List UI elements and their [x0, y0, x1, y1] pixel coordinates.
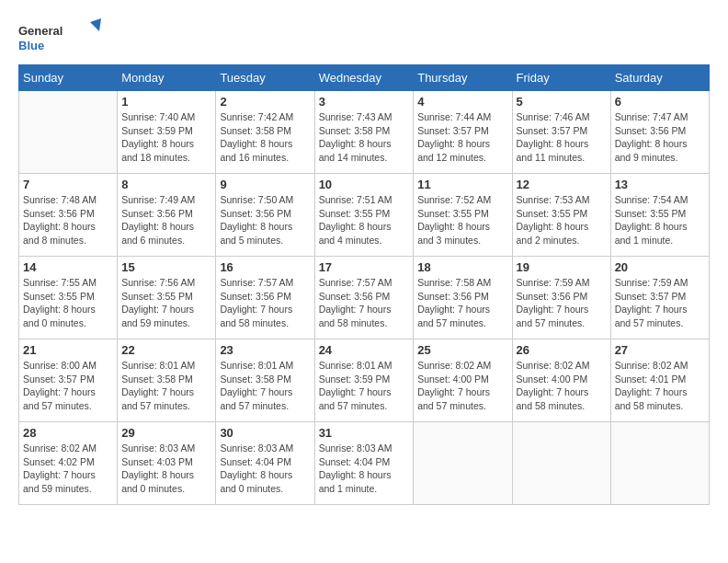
header-cell-saturday: Saturday [610, 65, 709, 91]
day-number: 23 [220, 343, 310, 357]
header-row: SundayMondayTuesdayWednesdayThursdayFrid… [19, 65, 710, 91]
day-info: Sunrise: 8:03 AM Sunset: 4:04 PM Dayligh… [319, 442, 410, 496]
day-number: 20 [615, 260, 705, 274]
day-number: 2 [220, 95, 310, 109]
day-info: Sunrise: 7:59 AM Sunset: 3:57 PM Dayligh… [615, 276, 705, 330]
day-number: 4 [417, 95, 507, 109]
week-row-4: 21Sunrise: 8:00 AM Sunset: 3:57 PM Dayli… [19, 339, 710, 422]
day-info: Sunrise: 7:57 AM Sunset: 3:56 PM Dayligh… [319, 276, 410, 330]
week-row-3: 14Sunrise: 7:55 AM Sunset: 3:55 PM Dayli… [19, 257, 710, 339]
day-number: 25 [417, 343, 507, 357]
day-info: Sunrise: 7:54 AM Sunset: 3:55 PM Dayligh… [615, 193, 705, 247]
day-cell [610, 422, 709, 505]
day-number: 5 [517, 95, 607, 109]
day-number: 9 [220, 178, 310, 191]
day-info: Sunrise: 8:02 AM Sunset: 4:02 PM Dayligh… [23, 442, 113, 496]
day-number: 17 [319, 260, 410, 274]
day-info: Sunrise: 8:01 AM Sunset: 3:59 PM Dayligh… [319, 359, 410, 413]
day-cell: 17Sunrise: 7:57 AM Sunset: 3:56 PM Dayli… [314, 257, 414, 339]
svg-text:Blue: Blue [18, 39, 44, 52]
day-info: Sunrise: 8:03 AM Sunset: 4:03 PM Dayligh… [121, 442, 211, 496]
header-cell-monday: Monday [118, 65, 216, 91]
day-number: 21 [23, 343, 113, 357]
day-number: 29 [121, 426, 211, 440]
svg-text:General: General [18, 24, 63, 38]
week-row-1: 1Sunrise: 7:40 AM Sunset: 3:59 PM Daylig… [19, 91, 710, 174]
header-cell-tuesday: Tuesday [216, 65, 314, 91]
day-number: 10 [319, 178, 410, 191]
day-cell: 30Sunrise: 8:03 AM Sunset: 4:04 PM Dayli… [216, 422, 314, 505]
day-cell: 28Sunrise: 8:02 AM Sunset: 4:02 PM Dayli… [19, 422, 118, 505]
day-cell: 24Sunrise: 8:01 AM Sunset: 3:59 PM Dayli… [314, 339, 414, 422]
header-cell-thursday: Thursday [414, 65, 512, 91]
week-row-5: 28Sunrise: 8:02 AM Sunset: 4:02 PM Dayli… [19, 422, 710, 505]
day-cell: 8Sunrise: 7:49 AM Sunset: 3:56 PM Daylig… [118, 174, 216, 257]
day-number: 27 [615, 343, 705, 357]
week-row-2: 7Sunrise: 7:48 AM Sunset: 3:56 PM Daylig… [19, 174, 710, 257]
day-number: 26 [517, 343, 607, 357]
day-cell: 11Sunrise: 7:52 AM Sunset: 3:55 PM Dayli… [414, 174, 512, 257]
day-info: Sunrise: 8:01 AM Sunset: 3:58 PM Dayligh… [121, 359, 211, 413]
day-cell: 26Sunrise: 8:02 AM Sunset: 4:00 PM Dayli… [512, 339, 610, 422]
day-info: Sunrise: 8:01 AM Sunset: 3:58 PM Dayligh… [220, 359, 310, 413]
day-cell [414, 422, 512, 505]
day-number: 12 [517, 178, 607, 191]
day-number: 14 [23, 260, 113, 274]
day-cell: 19Sunrise: 7:59 AM Sunset: 3:56 PM Dayli… [512, 257, 610, 339]
day-number: 3 [319, 95, 410, 109]
day-cell: 31Sunrise: 8:03 AM Sunset: 4:04 PM Dayli… [314, 422, 414, 505]
day-cell: 6Sunrise: 7:47 AM Sunset: 3:56 PM Daylig… [610, 91, 709, 174]
day-number: 15 [121, 260, 211, 274]
header-cell-wednesday: Wednesday [314, 65, 414, 91]
day-cell: 12Sunrise: 7:53 AM Sunset: 3:55 PM Dayli… [512, 174, 610, 257]
header-cell-sunday: Sunday [19, 65, 118, 91]
day-cell: 9Sunrise: 7:50 AM Sunset: 3:56 PM Daylig… [216, 174, 314, 257]
day-cell [19, 91, 118, 174]
day-cell: 18Sunrise: 7:58 AM Sunset: 3:56 PM Dayli… [414, 257, 512, 339]
day-number: 7 [23, 178, 113, 191]
day-info: Sunrise: 7:43 AM Sunset: 3:58 PM Dayligh… [319, 110, 410, 165]
day-info: Sunrise: 7:57 AM Sunset: 3:56 PM Dayligh… [220, 276, 310, 330]
day-number: 11 [417, 178, 507, 191]
day-number: 6 [615, 95, 705, 109]
day-info: Sunrise: 8:00 AM Sunset: 3:57 PM Dayligh… [23, 359, 113, 413]
day-cell: 21Sunrise: 8:00 AM Sunset: 3:57 PM Dayli… [19, 339, 118, 422]
logo: General Blue [18, 18, 101, 55]
calendar-body: 1Sunrise: 7:40 AM Sunset: 3:59 PM Daylig… [19, 91, 710, 505]
day-number: 24 [319, 343, 410, 357]
day-number: 28 [23, 426, 113, 440]
logo-svg: General Blue [18, 18, 101, 55]
day-info: Sunrise: 7:48 AM Sunset: 3:56 PM Dayligh… [23, 193, 113, 247]
day-info: Sunrise: 7:59 AM Sunset: 3:56 PM Dayligh… [517, 276, 607, 330]
day-cell: 14Sunrise: 7:55 AM Sunset: 3:55 PM Dayli… [19, 257, 118, 339]
day-cell: 1Sunrise: 7:40 AM Sunset: 3:59 PM Daylig… [118, 91, 216, 174]
day-info: Sunrise: 7:40 AM Sunset: 3:59 PM Dayligh… [121, 110, 211, 165]
day-info: Sunrise: 7:51 AM Sunset: 3:55 PM Dayligh… [319, 193, 410, 247]
day-cell: 15Sunrise: 7:56 AM Sunset: 3:55 PM Dayli… [118, 257, 216, 339]
day-cell: 22Sunrise: 8:01 AM Sunset: 3:58 PM Dayli… [118, 339, 216, 422]
day-info: Sunrise: 7:42 AM Sunset: 3:58 PM Dayligh… [220, 110, 310, 165]
day-info: Sunrise: 7:49 AM Sunset: 3:56 PM Dayligh… [121, 193, 211, 247]
day-number: 16 [220, 260, 310, 274]
day-info: Sunrise: 7:58 AM Sunset: 3:56 PM Dayligh… [417, 276, 507, 330]
day-cell: 25Sunrise: 8:02 AM Sunset: 4:00 PM Dayli… [414, 339, 512, 422]
day-number: 18 [417, 260, 507, 274]
day-info: Sunrise: 7:50 AM Sunset: 3:56 PM Dayligh… [220, 193, 310, 247]
day-number: 31 [319, 426, 410, 440]
svg-marker-2 [90, 18, 101, 31]
day-cell: 5Sunrise: 7:46 AM Sunset: 3:57 PM Daylig… [512, 91, 610, 174]
day-number: 22 [121, 343, 211, 357]
day-info: Sunrise: 7:53 AM Sunset: 3:55 PM Dayligh… [517, 193, 607, 247]
day-cell: 27Sunrise: 8:02 AM Sunset: 4:01 PM Dayli… [610, 339, 709, 422]
day-cell: 2Sunrise: 7:42 AM Sunset: 3:58 PM Daylig… [216, 91, 314, 174]
page-header: General Blue [18, 18, 710, 55]
day-cell: 16Sunrise: 7:57 AM Sunset: 3:56 PM Dayli… [216, 257, 314, 339]
day-info: Sunrise: 7:56 AM Sunset: 3:55 PM Dayligh… [121, 276, 211, 330]
day-info: Sunrise: 8:02 AM Sunset: 4:01 PM Dayligh… [615, 359, 705, 413]
day-cell: 10Sunrise: 7:51 AM Sunset: 3:55 PM Dayli… [314, 174, 414, 257]
day-number: 1 [121, 95, 211, 109]
day-number: 8 [121, 178, 211, 191]
day-info: Sunrise: 8:02 AM Sunset: 4:00 PM Dayligh… [417, 359, 507, 413]
day-cell: 7Sunrise: 7:48 AM Sunset: 3:56 PM Daylig… [19, 174, 118, 257]
header-cell-friday: Friday [512, 65, 610, 91]
